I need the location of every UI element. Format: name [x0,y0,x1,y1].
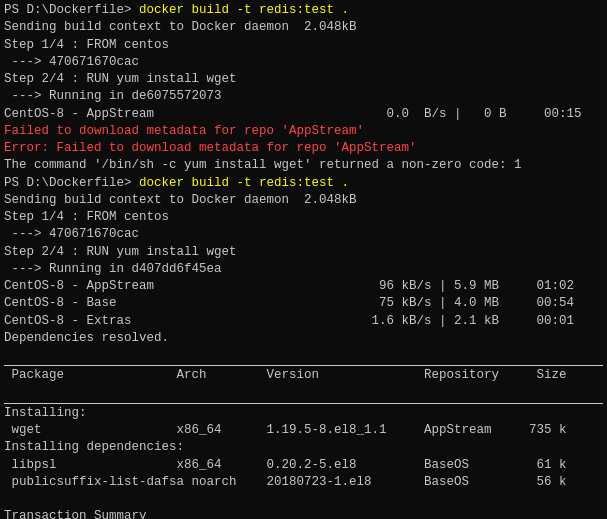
table-row-publicsuffix: publicsuffix-list-dafsa noarch 20180723-… [4,474,603,491]
line-7: CentOS-8 - AppStream 0.0 B/s | 0 B 00:15 [4,106,603,123]
line-22-spacer [4,385,603,402]
line-21-spacer [4,347,603,364]
divider-1 [4,365,603,366]
transaction-summary-label: Transaction Summary [4,508,603,519]
line-12: Sending build context to Docker daemon 2… [4,192,603,209]
line-16: ---> Running in d407dd6f45ea [4,261,603,278]
installing-deps-label: Installing dependencies: [4,439,603,456]
line-3: Step 1/4 : FROM centos [4,37,603,54]
line-9-error: Error: Failed to download metadata for r… [4,140,603,157]
line-15: Step 2/4 : RUN yum install wget [4,244,603,261]
line-6: ---> Running in de6075572073 [4,88,603,105]
line-8-error: Failed to download metadata for repo 'Ap… [4,123,603,140]
line-23-spacer [4,491,603,508]
installing-label: Installing: [4,405,603,422]
table-header: Package Arch Version Repository Size [4,367,603,384]
line-4: ---> 470671670cac [4,54,603,71]
terminal-window: PS D:\Dockerfile> docker build -t redis:… [0,0,607,519]
table-row-wget: wget x86_64 1.19.5-8.el8_1.1 AppStream 7… [4,422,603,439]
line-13: Step 1/4 : FROM centos [4,209,603,226]
line-14: ---> 470671670cac [4,226,603,243]
table-row-libpsl: libpsl x86_64 0.20.2-5.el8 BaseOS 61 k [4,457,603,474]
line-17: CentOS-8 - AppStream 96 kB/s | 5.9 MB 01… [4,278,603,295]
line-1: PS D:\Dockerfile> docker build -t redis:… [4,2,603,19]
divider-2 [4,403,603,404]
line-10: The command '/bin/sh -c yum install wget… [4,157,603,174]
line-5: Step 2/4 : RUN yum install wget [4,71,603,88]
line-19: CentOS-8 - Extras 1.6 kB/s | 2.1 kB 00:0… [4,313,603,330]
line-11: PS D:\Dockerfile> docker build -t redis:… [4,175,603,192]
line-2: Sending build context to Docker daemon 2… [4,19,603,36]
line-18: CentOS-8 - Base 75 kB/s | 4.0 MB 00:54 [4,295,603,312]
line-20: Dependencies resolved. [4,330,603,347]
